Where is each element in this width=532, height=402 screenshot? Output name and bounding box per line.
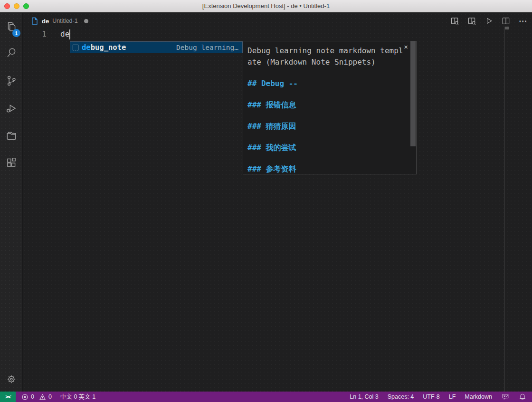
remote-indicator-icon: >< <box>5 393 10 400</box>
warning-icon <box>39 393 46 401</box>
suggest-label: debug_note <box>82 43 126 52</box>
error-count: 0 <box>31 393 34 400</box>
editor-scrollbar-thumb[interactable] <box>505 27 509 29</box>
suggest-detail: Debug learning… <box>176 44 238 51</box>
search-icon <box>5 47 18 59</box>
markdown-file-icon <box>31 17 38 25</box>
docs-scrollbar-thumb[interactable] <box>410 41 416 146</box>
open-preview-button[interactable] <box>449 16 460 26</box>
line-number: 1 <box>23 29 52 41</box>
modified-indicator <box>84 19 88 23</box>
suggest-rest-text: bug_note <box>91 43 126 52</box>
source-control-icon <box>5 75 18 87</box>
text-cursor <box>69 29 70 39</box>
run-icon <box>484 16 494 26</box>
sidebar-item-source-control[interactable] <box>0 71 23 90</box>
minimize-window-button[interactable] <box>14 3 19 9</box>
editor-actions: ⋯ <box>449 13 528 29</box>
split-editor-button[interactable] <box>501 16 511 26</box>
open-preview-side-icon <box>467 16 477 26</box>
indentation-status[interactable]: Spaces: 4 <box>388 393 414 400</box>
eol-status[interactable]: LF <box>449 393 456 400</box>
editor-line-1[interactable]: 1 de <box>23 29 527 41</box>
traffic-lights <box>4 3 29 9</box>
snippet-icon <box>73 45 78 50</box>
extensions-icon <box>5 156 18 169</box>
sidebar-item-explorer[interactable]: 1 <box>0 17 23 36</box>
tab-label: de <box>42 18 49 25</box>
suggest-widget-row-debug-note[interactable]: debug_note Debug learning… <box>70 41 243 53</box>
snippet-heading: ## Debug -- <box>247 78 405 89</box>
sidebar-item-search[interactable] <box>0 43 23 62</box>
gear-icon <box>5 373 18 385</box>
workbench: 1 <box>0 13 532 392</box>
error-icon <box>21 393 28 401</box>
suggest-docs-panel: Debug learning note markdown template (M… <box>243 41 417 174</box>
tab-description: Untitled-1 <box>52 18 78 24</box>
open-preview-side-button[interactable] <box>466 16 477 26</box>
explorer-badge: 1 <box>12 29 20 37</box>
window-title: [Extension Development Host] - de • Unti… <box>202 2 330 10</box>
editor-title-bar: de Untitled-1 <box>23 13 532 29</box>
status-bar: >< 0 0 中文 0 英文 1 Ln 1, Col 3 Spaces: 4 U… <box>0 392 532 402</box>
word-count-status[interactable]: 中文 0 英文 1 <box>60 393 95 401</box>
suggest-match-text: de <box>82 43 91 52</box>
open-preview-icon <box>450 16 460 26</box>
run-button[interactable] <box>484 16 494 26</box>
activity-bar: 1 <box>0 13 23 392</box>
run-debug-icon <box>5 102 18 115</box>
bell-icon <box>519 393 526 401</box>
ellipsis-icon: ⋯ <box>519 16 527 26</box>
warning-count: 0 <box>48 393 52 400</box>
close-icon[interactable]: × <box>404 44 408 50</box>
snippet-heading: ### 参考资料 <box>247 163 405 174</box>
status-bar-right: Ln 1, Col 3 Spaces: 4 UTF-8 LF Markdown <box>350 393 532 401</box>
snippet-heading: ### 报错信息 <box>247 99 405 111</box>
notifications-button[interactable] <box>518 393 526 401</box>
encoding-status[interactable]: UTF-8 <box>423 393 439 400</box>
language-mode-status[interactable]: Markdown <box>465 393 492 400</box>
sidebar-item-settings[interactable] <box>0 370 23 389</box>
typed-text: de <box>60 29 69 38</box>
snippet-heading: ### 我的尝试 <box>247 142 405 153</box>
cursor-position-status[interactable]: Ln 1, Col 3 <box>350 393 378 400</box>
feedback-button[interactable] <box>501 393 509 401</box>
close-window-button[interactable] <box>4 3 10 9</box>
zoom-window-button[interactable] <box>23 3 29 9</box>
sidebar-item-run-debug[interactable] <box>0 99 23 118</box>
editor-scrollbar-gutter[interactable] <box>504 27 509 392</box>
titlebar: [Extension Development Host] - de • Unti… <box>0 0 532 12</box>
vscode-window: [Extension Development Host] - de • Unti… <box>0 0 532 402</box>
problems-status[interactable]: 0 0 <box>21 393 52 401</box>
more-actions-button[interactable]: ⋯ <box>518 16 528 26</box>
feedback-icon <box>502 393 509 401</box>
sidebar-item-extensions[interactable] <box>0 153 23 172</box>
tab-untitled-1[interactable]: de Untitled-1 <box>31 17 88 25</box>
folder-icon <box>5 129 18 142</box>
line-text: de <box>52 29 69 41</box>
snippet-heading: ### 猜猜原因 <box>247 121 405 132</box>
split-editor-icon <box>501 16 511 26</box>
sidebar-item-folder[interactable] <box>0 126 23 145</box>
suggest-docs-content: Debug learning note markdown template (M… <box>243 41 416 174</box>
remote-indicator[interactable]: >< <box>0 392 16 402</box>
snippet-description: Debug learning note markdown template (M… <box>247 45 405 68</box>
status-bar-left: 0 0 中文 0 英文 1 <box>16 393 95 401</box>
